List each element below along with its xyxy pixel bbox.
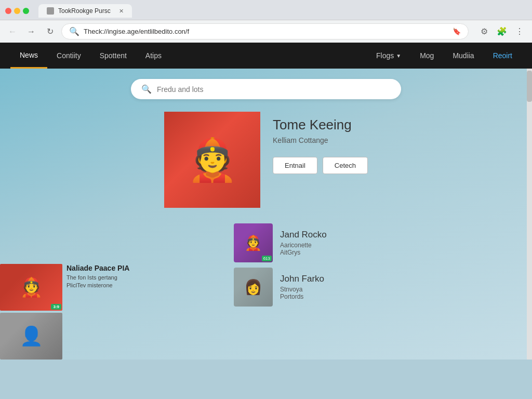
jand-badge: 613 — [262, 256, 272, 261]
featured-profile-actions: Entnail Cetech — [273, 157, 368, 174]
featured-profile-subtitle: Kelliam Cottange — [273, 136, 368, 144]
cetech-button[interactable]: Cetech — [323, 157, 368, 174]
minimize-button[interactable] — [14, 8, 20, 14]
search-icon: 🔍 — [141, 84, 152, 94]
john-profile-image: 👩 — [234, 268, 273, 307]
traffic-lights — [5, 8, 29, 14]
naliade-desc1: The fon Ists gertang — [66, 274, 129, 282]
nav-item-mog[interactable]: Mog — [410, 43, 443, 69]
naliade-desc2: PliclTev misterone — [66, 282, 129, 289]
back-button[interactable]: ← — [5, 24, 20, 39]
nav-item-flogs[interactable]: Flogs ▼ — [367, 43, 410, 69]
profile-card-featured: 👲 Tome Keeing Kelliam Cottange Entnail C… — [164, 112, 368, 208]
bookmark-icon: 🔖 — [453, 28, 461, 35]
john-detail1: Stnvoya — [280, 286, 324, 293]
menu-icon[interactable]: ⋮ — [512, 24, 527, 39]
naliade-badge: 3:9 — [51, 304, 61, 310]
featured-profile-section: 👲 Tome Keeing Kelliam Cottange Entnail C… — [10, 112, 522, 208]
nav-item-reoirt[interactable]: Reoirt — [484, 43, 522, 69]
browser-tab[interactable]: TookRookge Pursc ✕ — [38, 4, 132, 18]
maximize-button[interactable] — [23, 8, 29, 14]
john-name: John Farko — [280, 274, 324, 284]
jand-profile-image: 👲 613 — [234, 223, 273, 262]
chevron-down-icon: ▼ — [396, 53, 401, 59]
browser-chrome: TookRookge Pursc ✕ ← → ↻ 🔍 Theck://ingis… — [0, 0, 532, 43]
nav-item-atips[interactable]: Atips — [136, 43, 171, 69]
jand-detail2: AitGrys — [280, 249, 327, 256]
search-input[interactable] — [157, 85, 391, 94]
profile-card-john: 👩 John Farko Stnvoya Portords — [234, 268, 324, 307]
john-profile-info: John Farko Stnvoya Portords — [280, 274, 324, 300]
jand-profile-info: Jand Rocko Aariconette AitGrys — [280, 230, 327, 256]
nav-item-contiity[interactable]: Contiity — [47, 43, 90, 69]
nav-bar: ← → ↻ 🔍 Theck://ingise.age/entlilbedito.… — [0, 20, 532, 43]
nav-item-spottent[interactable]: Spottent — [90, 43, 136, 69]
search-container: 🔍 — [10, 79, 522, 99]
sidebar-card-second: 👤 — [0, 313, 130, 360]
close-button[interactable] — [5, 8, 11, 14]
sidebar-card-naliade: 👲 3:9 Naliade Paace PIA The fon Ists ger… — [0, 264, 130, 311]
featured-profile-image: 👲 — [164, 112, 260, 208]
tab-close-icon[interactable]: ✕ — [119, 8, 124, 15]
search-bar: 🔍 — [131, 79, 401, 99]
second-sidebar-image: 👤 — [0, 313, 62, 360]
reload-button[interactable]: ↻ — [43, 24, 57, 39]
browser-nav-icons: ⚙ 🧩 ⋮ — [477, 24, 527, 39]
nav-item-news[interactable]: News — [10, 43, 47, 69]
url-text: Theck://ingise.age/entlilbedito.con/f — [84, 28, 448, 35]
featured-profile-name: Tome Keeing — [273, 117, 368, 133]
jand-name: Jand Rocko — [280, 230, 327, 240]
featured-profile-info: Tome Keeing Kelliam Cottange Entnail Cet… — [273, 112, 368, 174]
tab-bar: TookRookge Pursc ✕ — [38, 4, 132, 18]
naliade-image: 👲 3:9 — [0, 264, 62, 311]
naliade-name: Naliade Paace PIA — [66, 264, 129, 272]
address-bar[interactable]: 🔍 Theck://ingise.age/entlilbedito.con/f … — [61, 23, 469, 39]
nav-item-mudiia[interactable]: Mudiia — [443, 43, 483, 69]
forward-button[interactable]: → — [24, 24, 38, 39]
settings-icon[interactable]: ⚙ — [477, 24, 491, 39]
sidebar-profiles: 👲 3:9 Naliade Paace PIA The fon Ists ger… — [0, 264, 130, 360]
profile-card-jand: 👲 613 Jand Rocko Aariconette AitGrys — [234, 223, 327, 262]
entnail-button[interactable]: Entnail — [273, 157, 317, 174]
tab-title: TookRookge Pursc — [58, 7, 111, 15]
main-nav: News Contiity Spottent Atips Flogs ▼ Mog… — [0, 43, 532, 69]
scrollbar-thumb[interactable] — [527, 71, 532, 102]
john-detail2: Portords — [280, 293, 324, 300]
title-bar: TookRookge Pursc ✕ — [0, 0, 532, 20]
address-search-icon: 🔍 — [69, 26, 79, 36]
scrollbar[interactable] — [527, 69, 532, 360]
extensions-icon[interactable]: 🧩 — [495, 24, 509, 39]
tab-favicon — [47, 7, 54, 15]
naliade-info: Naliade Paace PIA The fon Ists gertang P… — [62, 264, 129, 290]
jand-detail1: Aariconette — [280, 242, 327, 249]
page-content: 🔍 👲 Tome Keeing Kelliam Cottange Entnail… — [0, 69, 532, 360]
